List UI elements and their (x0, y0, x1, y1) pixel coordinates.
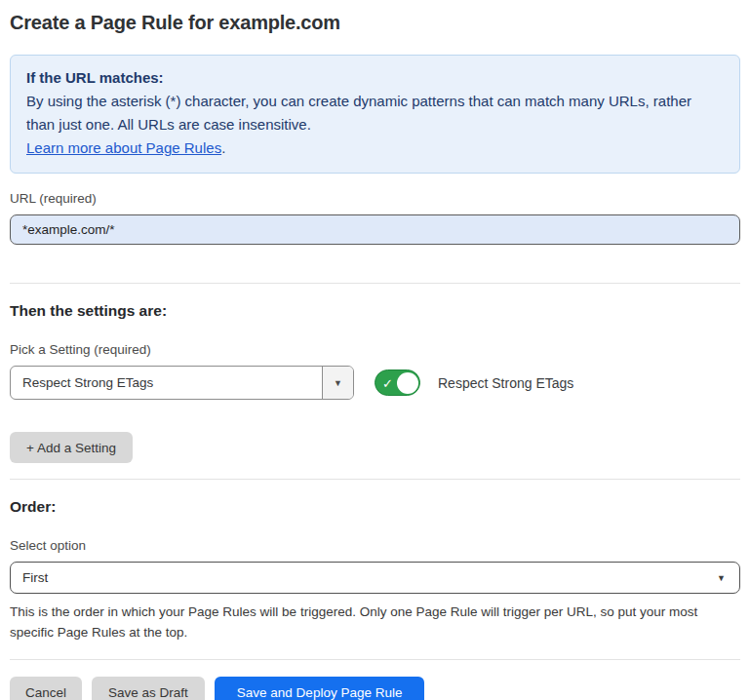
page-rule-form: Create a Page Rule for example.com If th… (0, 0, 750, 700)
order-select[interactable]: First ▼ (10, 562, 740, 594)
etags-toggle-group: ✓ Respect Strong ETags (375, 369, 573, 396)
check-icon: ✓ (382, 376, 393, 389)
pick-setting-label: Pick a Setting (required) (10, 342, 740, 357)
url-field-label: URL (required) (10, 191, 740, 206)
add-setting-button[interactable]: + Add a Setting (10, 432, 133, 463)
info-box-heading: If the URL matches: (26, 66, 724, 90)
cancel-button[interactable]: Cancel (10, 677, 82, 700)
setting-select[interactable]: Respect Strong ETags ▼ (10, 366, 354, 400)
setting-select-value: Respect Strong ETags (11, 367, 322, 399)
save-as-draft-button[interactable]: Save as Draft (92, 677, 205, 700)
order-helper-text: This is the order in which your Page Rul… (10, 602, 740, 642)
setting-row: Respect Strong ETags ▼ ✓ Respect Strong … (10, 366, 740, 400)
order-section-heading: Order: (10, 498, 740, 516)
etags-toggle-label: Respect Strong ETags (438, 375, 573, 391)
save-and-deploy-button[interactable]: Save and Deploy Page Rule (215, 677, 425, 700)
divider (10, 479, 740, 480)
order-select-value: First (22, 570, 48, 585)
setting-select-arrow-button[interactable]: ▼ (322, 367, 353, 399)
divider (10, 283, 740, 284)
settings-section-heading: Then the settings are: (10, 302, 740, 320)
link-suffix: . (221, 139, 225, 156)
dropdown-arrow-icon: ▼ (334, 378, 342, 388)
url-match-info-box: If the URL matches: By using the asteris… (10, 55, 740, 174)
url-input[interactable] (10, 214, 740, 245)
toggle-knob (397, 372, 418, 394)
page-title: Create a Page Rule for example.com (10, 12, 740, 34)
info-box-body: By using the asterisk (*) character, you… (26, 90, 724, 136)
divider (10, 659, 740, 660)
etags-toggle[interactable]: ✓ (375, 369, 420, 396)
order-select-label: Select option (10, 538, 740, 553)
footer-actions: Cancel Save as Draft Save and Deploy Pag… (10, 677, 740, 700)
chevron-down-icon: ▼ (717, 573, 726, 583)
learn-more-link[interactable]: Learn more about Page Rules (26, 139, 221, 156)
info-box-link-line: Learn more about Page Rules. (26, 136, 724, 160)
